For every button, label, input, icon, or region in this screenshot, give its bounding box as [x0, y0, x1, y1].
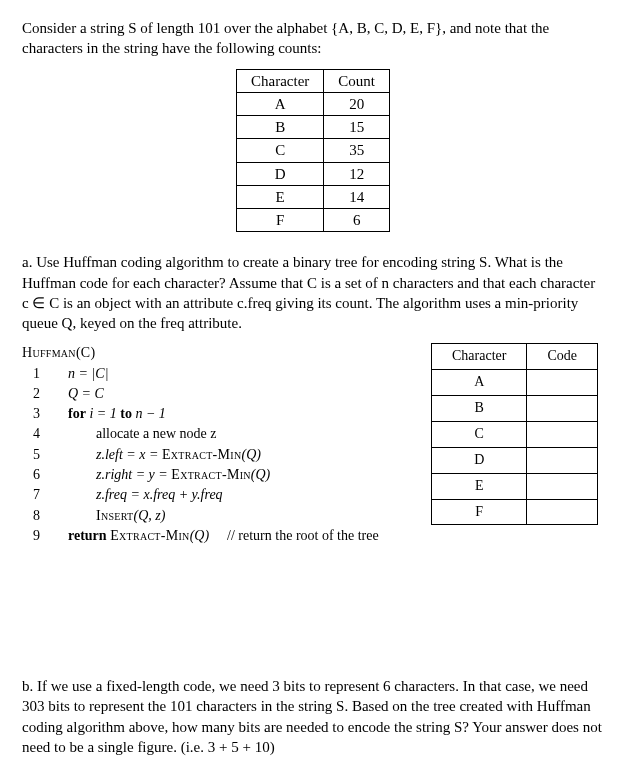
algo-comment: // return the root of the tree: [209, 528, 379, 543]
algo-line: 1n = |C|: [22, 364, 411, 384]
algo-line: 4allocate a new node z: [22, 424, 411, 444]
algo-code: i = 1: [86, 406, 120, 421]
algo-keyword: for: [68, 406, 86, 421]
character-code-table: Character Code A B C D E F: [431, 343, 598, 525]
table-row: C35: [237, 139, 390, 162]
algo-line: 6z.right = y = Extract-Min(Q): [22, 465, 411, 485]
algo-line: 8Insert(Q, z): [22, 506, 411, 526]
intro-text: Consider a string S of length 101 over t…: [22, 18, 604, 59]
cell-char: D: [432, 447, 527, 473]
algo-proc: Extract-Min: [162, 447, 242, 462]
algo-proc: Extract-Min: [171, 467, 251, 482]
algo-line: 2Q = C: [22, 384, 411, 404]
algo-code: (Q): [241, 447, 260, 462]
part-b-text: b. If we use a fixed-length code, we nee…: [22, 676, 604, 757]
cell-count: 12: [324, 162, 390, 185]
algo-line: 5z.left = x = Extract-Min(Q): [22, 445, 411, 465]
table-row: E: [432, 473, 598, 499]
table-row: D12: [237, 162, 390, 185]
algo-code: (Q, z): [134, 508, 166, 523]
cell-count: 20: [324, 92, 390, 115]
cell-count: 15: [324, 116, 390, 139]
algo-line: 7z.freq = x.freq + y.freq: [22, 485, 411, 505]
cell-count: 6: [324, 209, 390, 232]
cell-count: 14: [324, 185, 390, 208]
algo-line: 9return Extract-Min(Q)// return the root…: [22, 526, 411, 546]
part-a-text: a. Use Huffman coding algorithm to creat…: [22, 252, 604, 333]
character-count-table: Character Count A20 B15 C35 D12 E14 F6: [236, 69, 390, 233]
cell-code: [527, 499, 598, 525]
cell-char: B: [237, 116, 324, 139]
algo-code: (Q): [251, 467, 270, 482]
cell-char: E: [237, 185, 324, 208]
cell-char: C: [432, 421, 527, 447]
table-row: D: [432, 447, 598, 473]
algo-keyword: to: [120, 406, 132, 421]
cell-code: [527, 421, 598, 447]
algo-code: Q = C: [68, 386, 104, 401]
table-row: C: [432, 421, 598, 447]
col-code: Code: [527, 344, 598, 370]
cell-char: F: [432, 499, 527, 525]
algo-keyword: return: [68, 528, 110, 543]
algo-code: (Q): [190, 528, 209, 543]
cell-code: [527, 473, 598, 499]
col-character: Character: [237, 69, 324, 92]
table-row: B: [432, 396, 598, 422]
table-header-row: Character Count: [237, 69, 390, 92]
cell-char: A: [432, 370, 527, 396]
cell-code: [527, 447, 598, 473]
algo-code: n − 1: [132, 406, 166, 421]
algo-code: n = |C|: [68, 366, 108, 381]
col-character: Character: [432, 344, 527, 370]
algo-code: allocate a new node z: [96, 426, 217, 441]
cell-char: D: [237, 162, 324, 185]
table-row: F: [432, 499, 598, 525]
table-row: A20: [237, 92, 390, 115]
cell-count: 35: [324, 139, 390, 162]
table-header-row: Character Code: [432, 344, 598, 370]
algo-code: z.left = x =: [96, 447, 162, 462]
huffman-algorithm: Huffman(C) 1n = |C| 2Q = C 3for i = 1 to…: [22, 343, 411, 546]
cell-char: C: [237, 139, 324, 162]
cell-code: [527, 370, 598, 396]
algo-code: z.right = y =: [96, 467, 171, 482]
table-row: A: [432, 370, 598, 396]
algo-proc: Insert: [96, 508, 134, 523]
cell-char: A: [237, 92, 324, 115]
table-row: E14: [237, 185, 390, 208]
algo-code: z.freq = x.freq + y.freq: [96, 487, 223, 502]
cell-char: E: [432, 473, 527, 499]
algorithm-title: Huffman(C): [22, 343, 411, 363]
cell-char: B: [432, 396, 527, 422]
cell-char: F: [237, 209, 324, 232]
table-row: F6: [237, 209, 390, 232]
algo-proc: Extract-Min: [110, 528, 190, 543]
col-count: Count: [324, 69, 390, 92]
cell-code: [527, 396, 598, 422]
table-row: B15: [237, 116, 390, 139]
algo-line: 3for i = 1 to n − 1: [22, 404, 411, 424]
